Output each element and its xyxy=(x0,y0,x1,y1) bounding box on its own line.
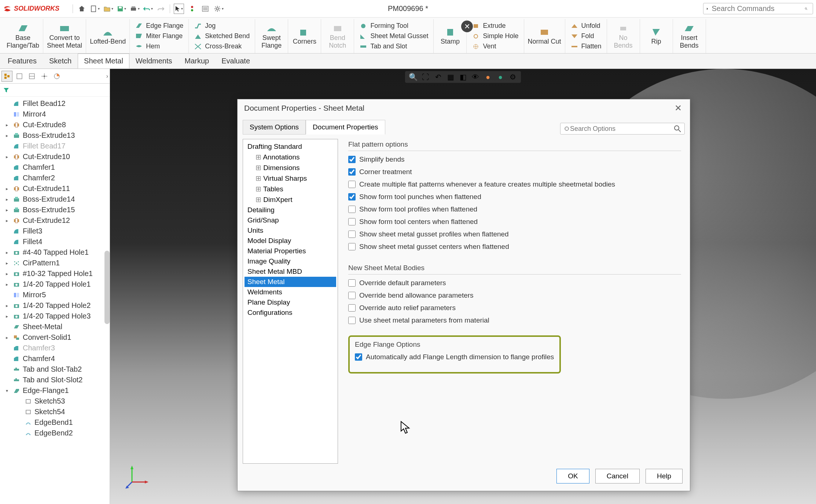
settings-icon[interactable] xyxy=(213,4,224,14)
search-options-input[interactable] xyxy=(570,125,673,133)
checkbox[interactable] xyxy=(348,317,356,324)
nav-item-image-quality[interactable]: Image Quality xyxy=(245,256,336,266)
checkbox[interactable] xyxy=(348,206,356,213)
expander-icon[interactable]: ▸ xyxy=(6,207,10,213)
miter-flange-button[interactable]: Miter Flange xyxy=(133,32,185,41)
flatten-button[interactable]: Flatten xyxy=(569,42,603,51)
option-checkbox[interactable]: Show sheet metal gusset centers when fla… xyxy=(348,243,681,251)
tree-item[interactable]: ▸#4-40 Tapped Hole1 xyxy=(0,247,110,258)
nav-item-detailing[interactable]: Detailing xyxy=(245,205,336,215)
tab-sketch[interactable]: Sketch xyxy=(43,54,78,69)
checkbox[interactable] xyxy=(348,279,356,287)
extrude-button[interactable]: Extrude xyxy=(470,21,520,31)
redo-icon[interactable] xyxy=(156,4,166,14)
zoom-fit-icon[interactable]: 🔍 xyxy=(409,73,418,81)
expander-icon[interactable]: ▸ xyxy=(6,133,10,138)
checkbox[interactable] xyxy=(348,193,356,201)
option-checkbox[interactable]: Create multiple flat patterns whenever a… xyxy=(348,180,681,188)
tree-item[interactable]: Chamfer2 xyxy=(0,173,110,183)
forming-tool-button[interactable]: Forming Tool xyxy=(358,21,430,31)
expander-icon[interactable]: ▸ xyxy=(6,303,10,308)
nav-item-sheet-metal-mbd[interactable]: Sheet Metal MBD xyxy=(245,266,336,277)
expander-icon[interactable]: ▸ xyxy=(6,335,10,340)
checkbox[interactable] xyxy=(348,292,356,299)
tree-item[interactable]: Sketch53 xyxy=(0,396,110,406)
nav-item-tables[interactable]: ⊞ Tables xyxy=(245,184,336,194)
undo-icon[interactable] xyxy=(143,4,153,14)
option-checkbox[interactable]: Show form tool punches when flattened xyxy=(348,193,681,201)
tree-item[interactable]: Fillet4 xyxy=(0,236,110,247)
sketched-bend-button[interactable]: Sketched Bend xyxy=(192,32,251,41)
tree-item[interactable]: Tab and Slot-Tab2 xyxy=(0,364,110,375)
edge-flange-button[interactable]: Edge Flange xyxy=(133,21,185,31)
hem-button[interactable]: Hem xyxy=(133,42,185,51)
checkbox[interactable] xyxy=(348,181,356,188)
tree-item[interactable]: ▸Cut-Extrude12 xyxy=(0,215,110,226)
tree-item[interactable]: Chamfer4 xyxy=(0,353,110,364)
hide-show-icon[interactable]: 👁 xyxy=(471,73,480,81)
dimxpert-tab[interactable] xyxy=(39,71,50,82)
options-list-icon[interactable] xyxy=(200,4,210,14)
base-flange-button[interactable]: Base Flange/Tab xyxy=(3,19,43,53)
tab-sheet-metal[interactable]: Sheet Metal xyxy=(78,54,129,69)
tree-item[interactable]: Sheet-Metal xyxy=(0,321,110,332)
option-checkbox[interactable]: Show form tool profiles when flattened xyxy=(348,205,681,213)
tree-item[interactable]: EdgeBend2 xyxy=(0,428,110,438)
expander-icon[interactable]: ▾ xyxy=(6,388,10,393)
search-commands[interactable] xyxy=(703,3,813,14)
gusset-button[interactable]: Sheet Metal Gusset xyxy=(358,32,430,41)
help-button[interactable]: Help xyxy=(646,469,683,483)
tab-evaluate[interactable]: Evaluate xyxy=(215,54,256,69)
tab-markup[interactable]: Markup xyxy=(179,54,216,69)
close-badge-icon[interactable]: ✕ xyxy=(461,21,473,32)
checkbox[interactable] xyxy=(348,231,356,238)
option-checkbox[interactable]: Override auto relief parameters xyxy=(348,304,681,312)
scene-icon[interactable]: ● xyxy=(496,73,505,81)
expander-icon[interactable]: ▸ xyxy=(6,271,10,276)
cancel-button[interactable]: Cancel xyxy=(595,469,640,483)
lofted-bend-button[interactable]: Lofted-Bend xyxy=(86,19,130,53)
checkbox[interactable] xyxy=(348,156,356,163)
option-checkbox[interactable]: Override bend allowance parameters xyxy=(348,291,681,299)
option-checkbox[interactable]: Automatically add Flange Length dimensio… xyxy=(355,353,554,361)
select-icon[interactable] xyxy=(174,4,184,14)
tree-item[interactable]: Fillet Bead12 xyxy=(0,98,110,109)
home-icon[interactable] xyxy=(77,4,87,14)
nav-item-weldments[interactable]: Weldments xyxy=(245,287,336,297)
nav-item-drafting-standard[interactable]: Drafting Standard xyxy=(245,141,336,152)
save-icon[interactable] xyxy=(116,4,126,14)
checkbox[interactable] xyxy=(348,304,356,312)
tree-item[interactable]: ▸Boss-Extrude15 xyxy=(0,205,110,215)
dialog-tab-document-properties[interactable]: Document Properties xyxy=(306,120,385,135)
print-icon[interactable] xyxy=(129,4,140,14)
nav-item-dimensions[interactable]: ⊞ Dimensions xyxy=(245,162,336,173)
nav-item-dimxpert[interactable]: ⊞ DimXpert xyxy=(245,194,336,205)
option-checkbox[interactable]: Show form tool centers when flattened xyxy=(348,218,681,226)
feature-tree[interactable]: Fillet Bead12Mirror4▸Cut-Extrude8▸Boss-E… xyxy=(0,97,110,504)
nav-item-annotations[interactable]: ⊞ Annotations xyxy=(245,152,336,162)
swept-flange-button[interactable]: Swept Flange xyxy=(255,19,288,53)
jog-button[interactable]: Jog xyxy=(192,21,251,31)
tree-item[interactable]: Tab and Slot-Slot2 xyxy=(0,375,110,385)
ok-button[interactable]: OK xyxy=(556,469,589,483)
tree-item[interactable]: ▸Convert-Solid1 xyxy=(0,332,110,343)
expander-icon[interactable]: ▸ xyxy=(6,122,10,128)
expand-icon[interactable]: › xyxy=(106,73,108,80)
tab-weldments[interactable]: Weldments xyxy=(129,54,179,69)
tree-item[interactable]: Chamfer3 xyxy=(0,343,110,353)
rip-button[interactable]: Rip xyxy=(640,19,673,53)
rebuild-icon[interactable] xyxy=(187,4,197,14)
normal-cut-button[interactable]: Normal Cut xyxy=(524,19,565,53)
corners-button[interactable]: Corners xyxy=(288,19,321,53)
tree-item[interactable]: ▸Cut-Extrude11 xyxy=(0,183,110,194)
option-checkbox[interactable]: Corner treatment xyxy=(348,168,681,176)
nav-item-material-properties[interactable]: Material Properties xyxy=(245,246,336,256)
tree-item[interactable]: ▸Boss-Extrude14 xyxy=(0,194,110,205)
expander-icon[interactable]: ▸ xyxy=(6,250,10,255)
tab-features[interactable]: Features xyxy=(1,54,43,69)
new-doc-icon[interactable] xyxy=(90,4,100,14)
unfold-button[interactable]: Unfold xyxy=(569,21,603,31)
open-icon[interactable] xyxy=(103,4,113,14)
convert-sheetmetal-button[interactable]: Convert to Sheet Metal xyxy=(43,19,86,53)
fold-button[interactable]: Fold xyxy=(569,32,603,41)
